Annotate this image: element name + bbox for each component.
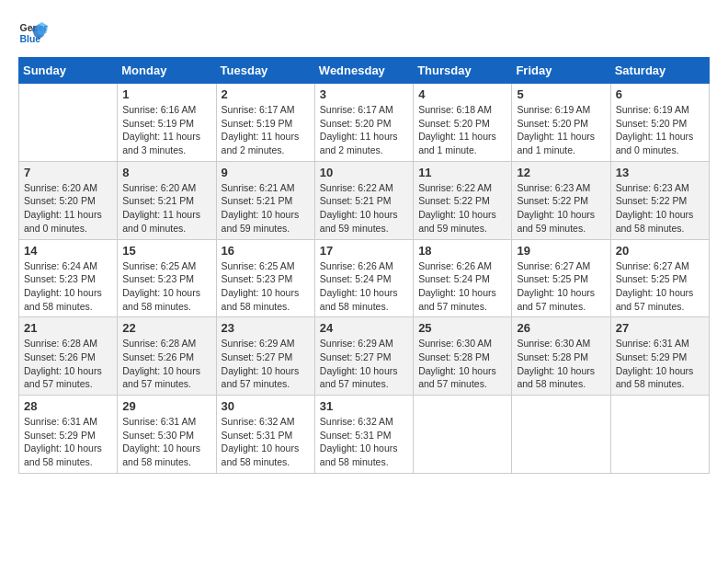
- day-info-line: Sunset: 5:27 PM: [222, 350, 310, 364]
- day-info-line: Sunrise: 6:26 AM: [418, 259, 506, 273]
- week-row-3: 14Sunrise: 6:24 AMSunset: 5:23 PMDayligh…: [19, 239, 710, 317]
- day-cell: 19Sunrise: 6:27 AMSunset: 5:25 PMDayligh…: [512, 239, 610, 317]
- day-cell: 17Sunrise: 6:26 AMSunset: 5:24 PMDayligh…: [314, 239, 413, 317]
- day-info-line: Sunrise: 6:32 AM: [222, 415, 310, 429]
- day-info-line: and 59 minutes.: [222, 222, 310, 236]
- day-cell: 27Sunrise: 6:31 AMSunset: 5:29 PMDayligh…: [610, 317, 709, 396]
- day-info-line: Sunset: 5:21 PM: [222, 194, 310, 208]
- day-number: 31: [320, 399, 408, 413]
- header-tuesday: Tuesday: [216, 58, 314, 84]
- day-number: 18: [418, 244, 506, 258]
- day-info-line: and 3 minutes.: [122, 144, 210, 157]
- day-cell: 28Sunrise: 6:31 AMSunset: 5:29 PMDayligh…: [19, 396, 118, 474]
- day-number: 23: [222, 321, 310, 335]
- day-number: 17: [320, 244, 408, 258]
- day-cell: 12Sunrise: 6:23 AMSunset: 5:22 PMDayligh…: [512, 161, 610, 239]
- day-info-line: Sunrise: 6:19 AM: [616, 103, 704, 117]
- day-info-line: Sunset: 5:22 PM: [616, 194, 704, 208]
- day-info-line: Daylight: 11 hours: [122, 130, 210, 144]
- week-row-4: 21Sunrise: 6:28 AMSunset: 5:26 PMDayligh…: [19, 317, 710, 396]
- day-number: 19: [517, 244, 605, 258]
- day-info-line: Sunset: 5:20 PM: [24, 194, 112, 208]
- day-info-line: and 58 minutes.: [320, 300, 408, 314]
- day-info-line: and 1 minute.: [517, 144, 605, 157]
- day-cell: 16Sunrise: 6:25 AMSunset: 5:23 PMDayligh…: [216, 239, 314, 317]
- day-info-line: Daylight: 10 hours: [517, 364, 605, 378]
- day-info-line: and 57 minutes.: [517, 300, 605, 314]
- day-info-line: Sunrise: 6:24 AM: [24, 259, 112, 273]
- day-number: 25: [418, 321, 506, 335]
- day-info-line: and 57 minutes.: [616, 300, 704, 314]
- day-number: 20: [616, 244, 704, 258]
- week-row-2: 7Sunrise: 6:20 AMSunset: 5:20 PMDaylight…: [19, 161, 710, 239]
- day-info-line: Sunset: 5:29 PM: [24, 429, 112, 442]
- day-info-line: Daylight: 10 hours: [320, 364, 408, 378]
- day-info-line: Daylight: 10 hours: [24, 286, 112, 300]
- day-number: 3: [320, 87, 408, 101]
- day-info-line: Daylight: 11 hours: [24, 208, 112, 222]
- day-info-line: Sunrise: 6:25 AM: [122, 259, 210, 273]
- day-info-line: Daylight: 10 hours: [24, 442, 112, 455]
- day-info-line: Sunset: 5:27 PM: [320, 350, 408, 364]
- day-info-line: Sunrise: 6:29 AM: [320, 337, 408, 350]
- day-info-line: Sunset: 5:31 PM: [320, 429, 408, 442]
- day-info-line: and 58 minutes.: [222, 455, 310, 469]
- day-info-line: Daylight: 10 hours: [616, 364, 704, 378]
- day-info-line: Sunset: 5:22 PM: [418, 194, 506, 208]
- day-cell: [512, 396, 610, 474]
- day-info-line: and 57 minutes.: [222, 377, 310, 391]
- day-info-line: and 57 minutes.: [320, 377, 408, 391]
- week-row-5: 28Sunrise: 6:31 AMSunset: 5:29 PMDayligh…: [19, 396, 710, 474]
- header-thursday: Thursday: [414, 58, 512, 84]
- day-info-line: and 57 minutes.: [418, 300, 506, 314]
- day-info-line: Sunset: 5:23 PM: [222, 272, 310, 286]
- day-cell: 10Sunrise: 6:22 AMSunset: 5:21 PMDayligh…: [314, 161, 413, 239]
- day-number: 15: [122, 244, 210, 258]
- header-saturday: Saturday: [610, 58, 709, 84]
- day-info-line: Sunrise: 6:32 AM: [320, 415, 408, 429]
- day-number: 29: [122, 399, 210, 413]
- day-info-line: Sunset: 5:25 PM: [616, 272, 704, 286]
- day-info-line: and 58 minutes.: [122, 455, 210, 469]
- day-info-line: and 58 minutes.: [122, 300, 210, 314]
- day-cell: 24Sunrise: 6:29 AMSunset: 5:27 PMDayligh…: [314, 317, 413, 396]
- day-info-line: Sunset: 5:26 PM: [122, 350, 210, 364]
- day-info-line: and 2 minutes.: [320, 144, 408, 157]
- day-info-line: Sunrise: 6:27 AM: [517, 259, 605, 273]
- day-cell: [610, 396, 709, 474]
- day-info-line: Sunset: 5:20 PM: [418, 117, 506, 131]
- day-cell: [414, 396, 512, 474]
- day-info-line: Sunset: 5:19 PM: [122, 117, 210, 131]
- day-info-line: Sunrise: 6:23 AM: [517, 181, 605, 195]
- day-info-line: Daylight: 10 hours: [418, 286, 506, 300]
- day-cell: 1Sunrise: 6:16 AMSunset: 5:19 PMDaylight…: [118, 84, 216, 162]
- day-info-line: Sunrise: 6:26 AM: [320, 259, 408, 273]
- day-cell: 26Sunrise: 6:30 AMSunset: 5:28 PMDayligh…: [512, 317, 610, 396]
- day-number: 14: [24, 244, 112, 258]
- day-info-line: Sunrise: 6:17 AM: [320, 103, 408, 117]
- day-info-line: Sunset: 5:29 PM: [616, 350, 704, 364]
- day-info-line: and 57 minutes.: [122, 377, 210, 391]
- day-cell: 30Sunrise: 6:32 AMSunset: 5:31 PMDayligh…: [216, 396, 314, 474]
- day-number: 5: [517, 87, 605, 101]
- day-info-line: and 58 minutes.: [24, 300, 112, 314]
- day-info-line: Sunrise: 6:31 AM: [24, 415, 112, 429]
- day-number: 28: [24, 399, 112, 413]
- day-info-line: and 0 minutes.: [616, 144, 704, 157]
- day-cell: 18Sunrise: 6:26 AMSunset: 5:24 PMDayligh…: [414, 239, 512, 317]
- day-number: 8: [122, 166, 210, 179]
- day-cell: 3Sunrise: 6:17 AMSunset: 5:20 PMDaylight…: [314, 84, 413, 162]
- day-info-line: Daylight: 10 hours: [517, 208, 605, 222]
- day-info-line: Sunrise: 6:20 AM: [24, 181, 112, 195]
- day-info-line: Daylight: 10 hours: [222, 364, 310, 378]
- day-number: 6: [616, 87, 704, 101]
- day-number: 10: [320, 166, 408, 179]
- day-info-line: Daylight: 11 hours: [616, 130, 704, 144]
- day-number: 9: [222, 166, 310, 179]
- day-number: 27: [616, 321, 704, 335]
- day-info-line: Daylight: 10 hours: [320, 286, 408, 300]
- day-info-line: Daylight: 11 hours: [320, 130, 408, 144]
- day-info-line: and 58 minutes.: [24, 455, 112, 469]
- day-info-line: Sunrise: 6:20 AM: [122, 181, 210, 195]
- day-info-line: Daylight: 10 hours: [517, 286, 605, 300]
